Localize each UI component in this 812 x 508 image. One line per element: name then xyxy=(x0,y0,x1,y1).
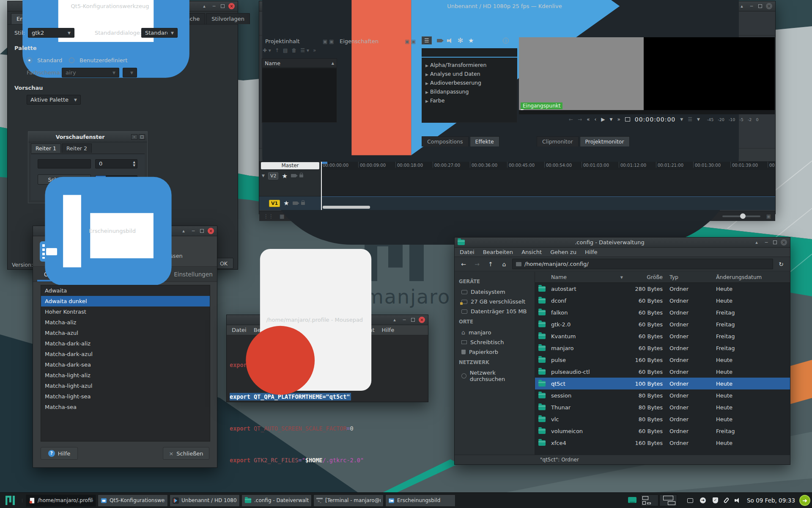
create-folder-icon[interactable]: ▤ xyxy=(283,47,288,53)
maximize-button[interactable] xyxy=(758,4,762,8)
close-button[interactable]: × xyxy=(781,239,787,246)
shade-button[interactable]: ▴ xyxy=(181,228,187,234)
file-row[interactable]: Kvantum 60 Bytes Ordner Freitag xyxy=(535,330,790,342)
dialogs-select[interactable]: Standard▼ xyxy=(141,28,178,38)
track-v2-badge[interactable]: V2 xyxy=(268,172,279,179)
file-row[interactable]: vlc 80 Bytes Ordner Heute xyxy=(535,413,790,425)
sidebar-item-trash[interactable]: Papierkorb xyxy=(455,347,535,357)
help-button[interactable]: ? Hilfe xyxy=(41,447,78,460)
style-select[interactable]: gtk2▼ xyxy=(28,28,74,38)
tab-compositions[interactable]: Compositions xyxy=(422,136,469,146)
zoom-fit-icon[interactable]: ▣ xyxy=(766,213,771,219)
sidebar-item-home[interactable]: ⌂manjaro xyxy=(455,327,535,337)
up-icon[interactable]: ↑ xyxy=(485,259,496,269)
home-icon[interactable]: ⌂ xyxy=(499,259,510,269)
effect-category[interactable]: ▶ Alpha/Transformieren xyxy=(422,61,517,69)
tab-effekte[interactable]: Effekte xyxy=(470,136,499,146)
clipboard-tray-icon[interactable] xyxy=(723,497,729,503)
thunar-titlebar[interactable]: .config - Dateiverwaltung ▴ − × xyxy=(455,237,790,248)
shade-button[interactable]: ▴ xyxy=(754,240,760,246)
maximize-button[interactable] xyxy=(773,240,777,244)
colorscheme-select[interactable]: airy▼ xyxy=(62,68,119,77)
tab-projektmonitor[interactable]: Projektmonitor xyxy=(580,136,630,146)
shade-button[interactable]: ▴ xyxy=(739,3,745,9)
sidebar-item-filesystem[interactable]: Dateisystem xyxy=(455,287,535,297)
prev-marker-icon[interactable]: ← xyxy=(569,116,573,122)
delete-icon[interactable]: 🗑 xyxy=(291,47,296,53)
close-button[interactable]: × xyxy=(419,317,425,323)
next-marker-icon[interactable]: → xyxy=(578,116,582,122)
monitor-zone-bar[interactable] xyxy=(519,110,775,114)
hide-track-icon[interactable] xyxy=(293,202,298,205)
minimize-button[interactable]: − xyxy=(211,3,217,9)
file-row[interactable]: gtk-2.0 60 Bytes Ordner Freitag xyxy=(535,318,790,330)
maximize-button[interactable] xyxy=(411,318,415,322)
minimize-button[interactable]: − xyxy=(401,317,407,323)
more-icon[interactable]: » xyxy=(313,47,316,53)
taskbar-item-qt5ct[interactable]: Qt5-Konfigurationswerkz... xyxy=(98,494,168,507)
close-button[interactable]: × xyxy=(228,3,235,9)
zone-icon[interactable] xyxy=(625,117,630,121)
taskbar-item-kdenlive[interactable]: Unbenannt / HD 1080p 2... xyxy=(170,494,240,507)
taskbar-item-terminal[interactable]: >_ [Terminal - manjaro@manj... xyxy=(313,494,384,507)
frame-back-icon[interactable]: ‹ xyxy=(594,116,596,122)
column-type[interactable]: Typ xyxy=(669,274,716,280)
master-button[interactable]: Master xyxy=(261,162,319,169)
taskbar-item-appearance[interactable]: Erscheinungsbild xyxy=(385,494,455,507)
add-clip-icon[interactable]: ✚ ▾ xyxy=(263,47,271,53)
timeline-playhead[interactable] xyxy=(321,162,322,210)
workspace-1[interactable] xyxy=(641,494,658,506)
monitor-menu-icon[interactable]: ☰ xyxy=(688,116,692,122)
lock-track-icon[interactable] xyxy=(301,202,305,205)
show-desktop-icon[interactable] xyxy=(627,496,637,505)
theme-list-item[interactable]: Matcha-dark-azul xyxy=(41,349,210,359)
effects-search-input[interactable] xyxy=(422,48,517,57)
shield-tray-icon[interactable]: ✓ xyxy=(713,497,718,503)
manjaro-update-badge[interactable]: ➜ xyxy=(799,495,810,506)
file-row[interactable]: autostart 280 Bytes Ordner Heute xyxy=(535,283,790,295)
effect-category[interactable]: ▶ Analyse und Daten xyxy=(422,69,517,78)
file-row[interactable]: dconf 60 Bytes Ordner Heute xyxy=(535,295,790,306)
theme-list-item[interactable]: Adwaita dunkel xyxy=(41,296,210,306)
track-v2-lane[interactable] xyxy=(321,170,775,196)
kdenlive-titlebar[interactable]: Unbenannt / HD 1080p 25 fps — Kdenlive ▴… xyxy=(259,1,775,11)
theme-list-item[interactable]: Matcha-light-aliz xyxy=(41,370,210,381)
updates-tray-icon[interactable]: ➔ xyxy=(700,497,706,503)
radio-custom[interactable]: Benutzerdefiniert xyxy=(69,56,127,64)
collapse-icon[interactable]: ▼ xyxy=(262,174,265,178)
timeline-zone-marker[interactable] xyxy=(321,162,327,164)
skip-end-icon[interactable]: » xyxy=(617,116,620,122)
video-effects-icon[interactable] xyxy=(437,39,442,42)
track-effects-icon[interactable]: ★ xyxy=(283,199,289,207)
workspace-2[interactable] xyxy=(659,494,677,506)
timeline-ruler[interactable]: 00:00:00:0000:00:09:0000:00:18:0000:00:2… xyxy=(321,162,775,170)
view-mode-icon[interactable]: ☰ ▾ xyxy=(300,47,309,53)
track-v1-badge[interactable]: V1 xyxy=(269,200,280,207)
mousepad-titlebar[interactable]: /home/manjaro/.profile - Mousepad ▴ − × xyxy=(227,315,428,325)
thunar-file-list[interactable]: Name ▼ Größe Typ Änderungsdatum autostar… xyxy=(535,272,790,455)
maximize-button[interactable] xyxy=(200,229,204,233)
preview-minimize-button[interactable]: – xyxy=(131,134,137,140)
file-row[interactable]: volumeicon 60 Bytes Ordner Freitag xyxy=(535,425,790,437)
file-row[interactable]: manjaro 60 Bytes Ordner Freitag xyxy=(535,342,790,354)
sidebar-item-network[interactable]: Netzwerk durchsuchen xyxy=(455,368,535,384)
sidebar-item-volume[interactable]: Datenträger 105 MB xyxy=(455,306,535,316)
applications-menu-button[interactable] xyxy=(2,494,19,508)
taskbar-item-mousepad[interactable]: /home/manjaro/.profile - ... xyxy=(26,494,96,507)
theme-list-item[interactable]: Matcha-light-sea xyxy=(41,391,210,402)
close-button[interactable]: × xyxy=(766,3,772,9)
file-row[interactable]: qt5ct 100 Bytes Ordner Heute xyxy=(535,378,790,389)
theme-list-item[interactable]: Adwaita xyxy=(41,285,210,296)
bin-column-header[interactable]: Name ▲ xyxy=(262,58,337,68)
taskbar-item-thunar[interactable]: .config - Dateiverwaltung xyxy=(241,494,312,507)
close-dialog-button[interactable]: × Schließen xyxy=(163,447,209,460)
column-name[interactable]: Name ▼ xyxy=(551,274,627,280)
preview-maximize-button[interactable]: □ xyxy=(139,134,145,140)
play-icon[interactable]: ▶ xyxy=(601,116,605,122)
bin-clip-list[interactable] xyxy=(262,68,337,123)
zoom-slider-knob[interactable] xyxy=(740,213,746,219)
play-menu-icon[interactable]: ▼ xyxy=(610,117,613,121)
shade-button[interactable]: ▴ xyxy=(392,317,398,323)
menu-item[interactable]: Gehen zu xyxy=(550,249,576,255)
preview-palette-select[interactable]: Aktive Palette▼ xyxy=(27,95,81,105)
